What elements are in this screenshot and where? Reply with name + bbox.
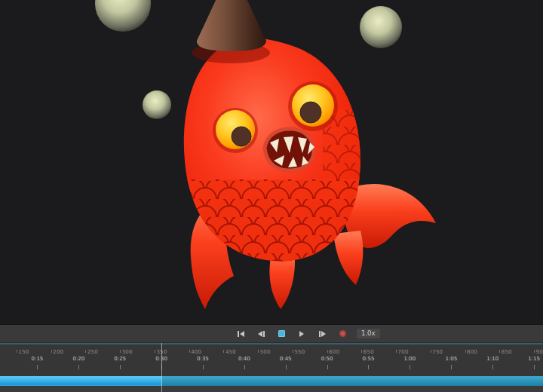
frame-label: 900: [536, 349, 543, 355]
animation-player-window: 1.0x 15020025030035040045050055060065070…: [0, 0, 543, 392]
time-tick: [286, 365, 287, 369]
time-label: 1:10: [486, 356, 499, 362]
time-label: 0:25: [114, 356, 126, 362]
frame-label: 250: [87, 349, 98, 355]
frame-label: 650: [364, 349, 374, 355]
cone-hat: [197, 0, 266, 51]
time-tick: [78, 365, 79, 369]
record-button[interactable]: [334, 327, 351, 340]
frame-label: 400: [191, 349, 201, 355]
bottom-right-fin: [333, 231, 363, 285]
bottom-strip: [0, 386, 543, 392]
time-tick: [492, 365, 493, 369]
time-tick: [327, 365, 328, 369]
frame-label: 300: [122, 349, 133, 355]
frame-label: 850: [502, 349, 512, 355]
playback-speed-button[interactable]: 1.0x: [357, 329, 380, 338]
transport-bar: 1.0x: [0, 325, 543, 342]
frame-tick: [51, 350, 52, 353]
timeline-ruler[interactable]: 1502002503003504004505005506006507007508…: [0, 345, 543, 376]
frame-label: 700: [398, 349, 409, 355]
frame-tick: [499, 350, 500, 353]
time-tick: [203, 365, 204, 369]
bubble: [360, 6, 402, 48]
playhead[interactable]: [161, 343, 162, 392]
goldfish-artwork: [0, 0, 543, 324]
skip-start-button[interactable]: [232, 327, 249, 340]
play-icon: [299, 331, 304, 337]
frame-tick: [465, 350, 466, 353]
progress-remaining: [161, 376, 543, 386]
frame-tick: [293, 350, 293, 353]
skip-start-icon: [238, 331, 244, 337]
step-back-icon: [258, 331, 265, 337]
frame-label: 750: [432, 349, 443, 355]
frame-label: 200: [53, 349, 63, 355]
time-tick: [368, 365, 369, 369]
frame-tick: [120, 350, 121, 353]
step-forward-icon: [319, 331, 326, 337]
frame-tick: [17, 350, 17, 353]
time-tick: [244, 365, 245, 369]
time-label: 0:50: [321, 356, 333, 362]
step-back-button[interactable]: [253, 327, 269, 340]
frame-tick: [258, 350, 259, 353]
time-tick: [37, 365, 38, 369]
fish-mouth: [265, 129, 314, 170]
frame-tick: [85, 350, 86, 353]
frame-label: 800: [467, 349, 477, 355]
frame-tick: [223, 350, 224, 353]
play-button[interactable]: [293, 327, 310, 340]
time-label: 0:35: [197, 356, 209, 362]
step-forward-button[interactable]: [314, 327, 330, 340]
time-label: 0:40: [238, 356, 250, 362]
time-label: 0:55: [363, 356, 375, 362]
stop-button[interactable]: [273, 327, 290, 340]
frame-label: 150: [19, 349, 29, 355]
frame-tick: [189, 350, 190, 353]
time-tick: [451, 365, 452, 369]
frame-tick: [361, 350, 362, 353]
frame-label: 550: [294, 349, 305, 355]
left-pupil: [232, 127, 251, 146]
time-label: 1:15: [528, 356, 540, 362]
time-tick: [120, 365, 121, 369]
frame-tick: [155, 350, 155, 353]
frame-label: 450: [225, 349, 236, 355]
frame-tick: [534, 350, 535, 353]
time-label: 0:20: [72, 356, 84, 362]
record-icon: [339, 330, 346, 337]
frame-label: 600: [329, 349, 339, 355]
stop-icon: [278, 330, 285, 337]
bubble: [143, 90, 171, 119]
time-tick: [534, 365, 535, 369]
time-label: 0:45: [280, 356, 292, 362]
bubble: [95, 0, 151, 32]
frame-tick: [396, 350, 397, 353]
timeline-progress-bar[interactable]: [0, 376, 543, 386]
transport-controls: 1.0x: [232, 325, 380, 342]
frame-tick: [327, 350, 328, 353]
time-tick: [410, 365, 410, 369]
progress-played: [0, 376, 161, 386]
right-pupil: [300, 102, 321, 123]
frame-label: 500: [260, 349, 271, 355]
animation-viewport: [0, 0, 543, 324]
time-label: 1:05: [445, 356, 457, 362]
time-label: 1:00: [404, 356, 416, 362]
time-label: 0:15: [32, 356, 44, 362]
frame-tick: [431, 350, 431, 353]
